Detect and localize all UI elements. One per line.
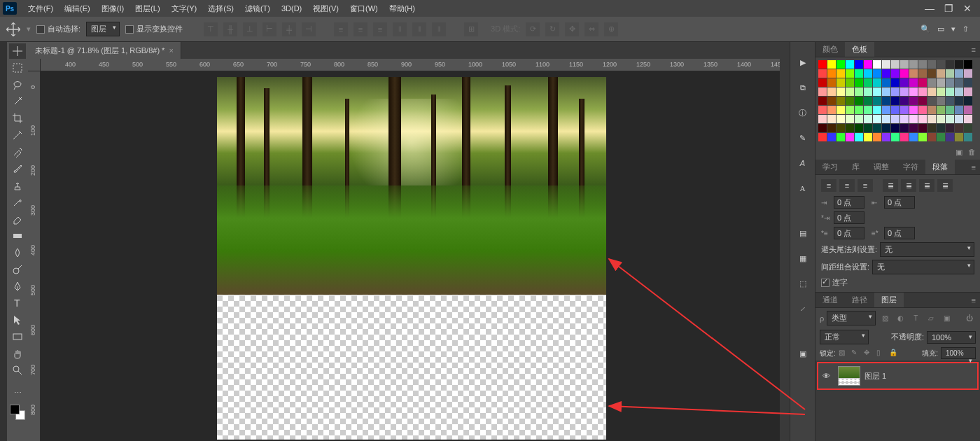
swatch[interactable] bbox=[855, 78, 863, 87]
swatch[interactable] bbox=[937, 60, 945, 69]
canvas-viewport[interactable]: 4004505005506006507007508008509009501000… bbox=[28, 59, 790, 441]
swatch[interactable] bbox=[937, 97, 945, 105]
menu-type[interactable]: 文字(Y) bbox=[166, 4, 203, 14]
tab-swatches[interactable]: 色板 bbox=[845, 42, 874, 57]
play-actions-icon[interactable]: ▶ bbox=[795, 55, 811, 70]
layer-thumbnail[interactable] bbox=[838, 366, 860, 386]
swatch[interactable] bbox=[909, 97, 918, 105]
brush-tool[interactable] bbox=[9, 161, 26, 176]
swatch[interactable] bbox=[818, 88, 827, 96]
layer-row-1[interactable]: 👁 图层 1 bbox=[817, 362, 979, 390]
swatch[interactable] bbox=[873, 106, 881, 114]
minimize-icon[interactable]: — bbox=[925, 3, 934, 14]
channels-panel-icon[interactable]: ▦ bbox=[795, 251, 811, 266]
show-transform-checkbox[interactable]: 显示变换控件 bbox=[125, 24, 183, 34]
swatch[interactable] bbox=[946, 115, 954, 123]
search-icon[interactable]: 🔍 bbox=[920, 24, 930, 34]
swatch[interactable] bbox=[836, 88, 845, 96]
swatch[interactable] bbox=[846, 88, 854, 96]
swatch[interactable] bbox=[818, 115, 827, 123]
distribute-top-icon[interactable]: ≡ bbox=[334, 22, 348, 36]
swatch[interactable] bbox=[964, 124, 972, 132]
hyphen-dropdown[interactable]: 无 bbox=[880, 242, 974, 257]
swatch[interactable] bbox=[818, 97, 827, 105]
navigator-panel-icon[interactable]: ▣ bbox=[795, 346, 811, 361]
swatch[interactable] bbox=[909, 133, 918, 141]
swatch[interactable] bbox=[955, 115, 963, 123]
edit-toolbar-icon[interactable]: ⋯ bbox=[9, 385, 26, 400]
tab-paragraph[interactable]: 段落 bbox=[925, 160, 955, 174]
vertical-ruler[interactable]: 0100200300400500600700800900 bbox=[28, 71, 41, 441]
blur-tool[interactable] bbox=[9, 245, 26, 260]
swatch[interactable] bbox=[927, 133, 936, 141]
swatch[interactable] bbox=[927, 124, 936, 132]
filter-search-icon[interactable]: ρ bbox=[820, 314, 824, 323]
swatch[interactable] bbox=[964, 88, 972, 96]
align-right-icon[interactable]: ⊣ bbox=[302, 22, 316, 36]
swatch[interactable] bbox=[846, 115, 854, 123]
swatch[interactable] bbox=[900, 88, 909, 96]
swatch[interactable] bbox=[864, 124, 872, 132]
swatch[interactable] bbox=[891, 133, 899, 141]
swatch[interactable] bbox=[836, 78, 845, 87]
align-vcenter-icon[interactable]: ╫ bbox=[223, 22, 237, 36]
swatch[interactable] bbox=[891, 60, 899, 69]
maximize-icon[interactable]: ❐ bbox=[944, 3, 953, 14]
move-tool[interactable] bbox=[9, 43, 26, 59]
swatch[interactable] bbox=[955, 133, 963, 141]
distribute-bottom-icon[interactable]: ≡ bbox=[373, 22, 387, 36]
swatch[interactable] bbox=[873, 97, 881, 105]
swatch[interactable] bbox=[882, 124, 890, 132]
swatch[interactable] bbox=[964, 78, 972, 87]
tab-learn[interactable]: 学习 bbox=[816, 160, 845, 174]
layers-panel-menu-icon[interactable]: ≡ bbox=[967, 296, 980, 304]
swatch[interactable] bbox=[946, 97, 954, 105]
swatch[interactable] bbox=[946, 124, 954, 132]
swatch[interactable] bbox=[900, 97, 909, 105]
menu-edit[interactable]: 编辑(E) bbox=[59, 4, 96, 14]
swatch[interactable] bbox=[937, 124, 945, 132]
swatch[interactable] bbox=[955, 88, 963, 96]
swatch[interactable] bbox=[836, 133, 845, 141]
menu-window[interactable]: 窗口(W) bbox=[344, 4, 384, 14]
type-tool[interactable]: T bbox=[9, 295, 26, 311]
justify-last-center-button[interactable]: ≣ bbox=[901, 179, 916, 192]
swatch[interactable] bbox=[964, 97, 972, 105]
swatch[interactable] bbox=[827, 124, 836, 132]
swatch[interactable] bbox=[955, 124, 963, 132]
swatch[interactable] bbox=[818, 106, 827, 114]
paragraph-panel-menu-icon[interactable]: ≡ bbox=[967, 163, 980, 172]
close-tab-icon[interactable]: × bbox=[169, 46, 173, 55]
swatch[interactable] bbox=[909, 69, 918, 78]
swatch[interactable] bbox=[882, 78, 890, 87]
lock-transparency-icon[interactable]: ▨ bbox=[839, 349, 848, 358]
lock-all-icon[interactable]: 🔒 bbox=[889, 349, 899, 358]
filter-toggle-icon[interactable]: ⏻ bbox=[963, 312, 976, 325]
swatch[interactable] bbox=[873, 133, 881, 141]
distribute-left-icon[interactable]: ⫴ bbox=[393, 22, 407, 36]
space-before-field[interactable] bbox=[834, 227, 864, 239]
swatch[interactable] bbox=[818, 69, 827, 78]
history-panel-icon[interactable]: ⧉ bbox=[795, 80, 811, 95]
document-tab[interactable]: 未标题-1 @ 71.8% (图层 1, RGB/8#) * × bbox=[28, 42, 181, 59]
auto-select-checkbox[interactable]: 自动选择: bbox=[36, 24, 80, 34]
swatch[interactable] bbox=[818, 60, 827, 69]
distribute-right-icon[interactable]: ⫴ bbox=[432, 22, 446, 36]
swatch[interactable] bbox=[818, 78, 827, 87]
filter-adjustment-icon[interactable]: ◐ bbox=[894, 312, 906, 325]
swatch[interactable] bbox=[909, 124, 918, 132]
swatch[interactable] bbox=[827, 60, 836, 69]
zoom-tool[interactable] bbox=[9, 363, 26, 378]
vertical-scrollbar[interactable] bbox=[780, 59, 790, 441]
swatch[interactable] bbox=[946, 60, 954, 69]
foreground-background-colors[interactable] bbox=[10, 405, 25, 420]
swatch[interactable] bbox=[836, 69, 845, 78]
tab-layers[interactable]: 图层 bbox=[874, 293, 904, 307]
swatch[interactable] bbox=[918, 88, 927, 96]
align-left-button[interactable]: ≡ bbox=[821, 179, 836, 192]
swatch[interactable] bbox=[827, 69, 836, 78]
swatch[interactable] bbox=[836, 97, 845, 105]
swatch[interactable] bbox=[918, 124, 927, 132]
swatch[interactable] bbox=[946, 88, 954, 96]
layer-name-label[interactable]: 图层 1 bbox=[864, 371, 886, 382]
